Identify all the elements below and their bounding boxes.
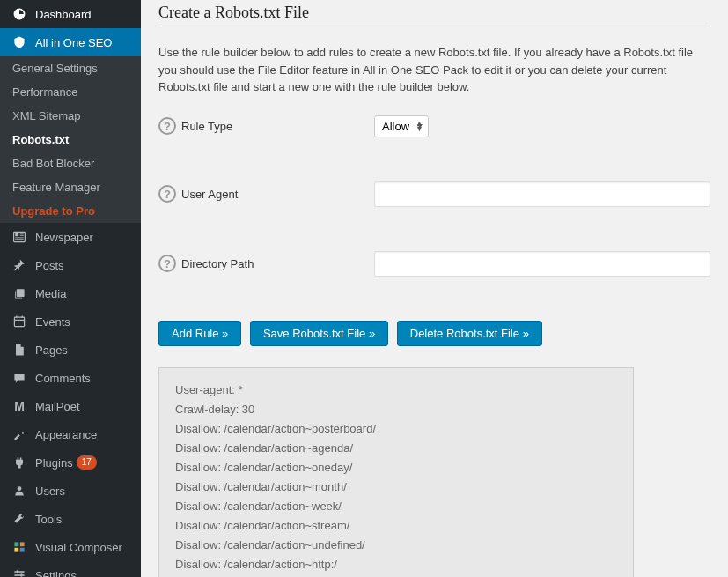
svg-rect-14 bbox=[14, 548, 18, 552]
sidebar-mailpoet[interactable]: M MailPoet bbox=[0, 392, 141, 420]
sidebar-item-label: Users bbox=[35, 485, 65, 498]
directory-path-row: ? Directory Path bbox=[158, 251, 710, 277]
user-agent-input[interactable] bbox=[374, 181, 710, 207]
sidebar-item-label: Media bbox=[35, 287, 66, 300]
plugins-badge: 17 bbox=[77, 455, 97, 470]
delete-robots-button[interactable]: Delete Robots.txt File » bbox=[397, 321, 542, 346]
dashboard-icon bbox=[11, 7, 28, 21]
user-agent-label: User Agent bbox=[181, 188, 238, 201]
calendar-icon bbox=[11, 314, 28, 329]
submenu-performance[interactable]: Performance bbox=[0, 80, 141, 104]
sidebar-item-label: Appearance bbox=[35, 428, 97, 441]
robots-preview-line: Disallow: /calendar/action~month/ bbox=[175, 477, 617, 497]
sidebar-dashboard-label: Dashboard bbox=[35, 8, 92, 21]
submenu-feature-manager[interactable]: Feature Manager bbox=[0, 175, 141, 199]
sidebar-plugins[interactable]: Plugins 17 bbox=[0, 448, 141, 477]
sidebar-tools[interactable]: Tools bbox=[0, 505, 141, 533]
sidebar-item-label: Posts bbox=[35, 259, 64, 272]
svg-point-6 bbox=[21, 292, 23, 293]
help-icon[interactable]: ? bbox=[158, 255, 176, 272]
submenu-xml-sitemap[interactable]: XML Sitemap bbox=[0, 104, 141, 128]
svg-rect-7 bbox=[14, 317, 24, 326]
robots-preview-line: Disallow: /calendar/action~oneday/ bbox=[175, 458, 617, 477]
sidebar-item-label: Plugins bbox=[35, 456, 73, 470]
svg-rect-16 bbox=[14, 571, 24, 573]
svg-rect-20 bbox=[21, 573, 23, 576]
rule-type-select[interactable]: Allow bbox=[374, 115, 429, 137]
sidebar-item-label: MailPoet bbox=[35, 400, 80, 413]
shield-icon bbox=[11, 35, 28, 49]
submenu-general-settings[interactable]: General Settings bbox=[0, 56, 141, 80]
robots-preview-line: Crawl-delay: 30 bbox=[175, 400, 617, 419]
sidebar-pages[interactable]: Pages bbox=[0, 336, 141, 364]
svg-point-11 bbox=[18, 486, 22, 491]
sidebar-item-label: Tools bbox=[35, 513, 62, 526]
save-robots-button[interactable]: Save Robots.txt File » bbox=[250, 321, 388, 346]
svg-rect-15 bbox=[20, 548, 25, 552]
user-icon bbox=[11, 484, 28, 498]
submenu-upgrade-pro[interactable]: Upgrade to Pro bbox=[0, 199, 141, 223]
svg-rect-17 bbox=[14, 574, 24, 576]
sidebar-dashboard[interactable]: Dashboard bbox=[0, 0, 141, 28]
directory-path-input[interactable] bbox=[374, 251, 710, 277]
sidebar-events[interactable]: Events bbox=[0, 307, 141, 336]
sidebar-item-label: Visual Composer bbox=[35, 541, 122, 554]
sidebar-comments[interactable]: Comments bbox=[0, 364, 141, 392]
sidebar-newspaper[interactable]: Newspaper bbox=[0, 223, 141, 251]
submenu-bad-bot-blocker[interactable]: Bad Bot Blocker bbox=[0, 152, 141, 175]
media-icon bbox=[11, 286, 28, 300]
robots-preview-line: Disallow: /calendar/action~http:/ bbox=[175, 555, 617, 574]
appearance-icon bbox=[11, 427, 28, 441]
svg-rect-19 bbox=[17, 570, 18, 573]
sidebar-posts[interactable]: Posts bbox=[0, 251, 141, 279]
add-rule-button[interactable]: Add Rule » bbox=[158, 321, 241, 346]
sidebar-visual-composer[interactable]: Visual Composer bbox=[0, 533, 141, 561]
page-icon bbox=[11, 343, 28, 357]
newspaper-icon bbox=[11, 230, 28, 244]
pin-icon bbox=[11, 258, 28, 272]
robots-preview: User-agent: *Crawl-delay: 30Disallow: /c… bbox=[158, 367, 634, 578]
svg-rect-13 bbox=[20, 542, 25, 546]
robots-preview-line: Disallow: /calendar/action~stream/ bbox=[175, 516, 617, 536]
sidebar-item-label: Pages bbox=[35, 344, 68, 357]
main-content: Create a Robots.txt File Use the rule bu… bbox=[141, 0, 728, 577]
robots-preview-line: Disallow: /calendar/action~posterboard/ bbox=[175, 419, 617, 439]
svg-rect-1 bbox=[15, 233, 18, 236]
admin-sidebar: Dashboard All in One SEO General Setting… bbox=[0, 0, 141, 577]
robots-preview-line: Disallow: /calendar/action~week/ bbox=[175, 497, 617, 516]
sidebar-item-label: Newspaper bbox=[35, 231, 93, 244]
sidebar-media[interactable]: Media bbox=[0, 279, 141, 307]
rule-type-label: Rule Type bbox=[181, 120, 232, 133]
rule-type-row: ? Rule Type Allow ▲▼ bbox=[158, 115, 710, 137]
mailpoet-icon: M bbox=[11, 399, 28, 413]
comment-icon bbox=[11, 371, 28, 385]
robots-preview-line: Disallow: /calendar/action~undefined/ bbox=[175, 536, 617, 555]
sidebar-users[interactable]: Users bbox=[0, 477, 141, 505]
robots-preview-line: User-agent: * bbox=[175, 381, 617, 400]
sidebar-appearance[interactable]: Appearance bbox=[0, 420, 141, 448]
sidebar-item-label: Settings bbox=[35, 569, 77, 578]
plugin-icon bbox=[11, 455, 28, 470]
robots-preview-line: Disallow: /calendar/action~agenda/ bbox=[175, 439, 617, 458]
help-icon[interactable]: ? bbox=[158, 185, 176, 203]
page-description: Use the rule builder below to add rules … bbox=[158, 44, 710, 96]
sidebar-item-label: Comments bbox=[35, 372, 91, 385]
directory-path-label: Directory Path bbox=[181, 257, 254, 270]
settings-icon bbox=[11, 568, 28, 577]
sidebar-settings[interactable]: Settings bbox=[0, 561, 141, 577]
sidebar-aioseo-label: All in One SEO bbox=[35, 36, 112, 49]
composer-icon bbox=[11, 540, 28, 554]
user-agent-row: ? User Agent bbox=[158, 181, 710, 207]
sidebar-submenu: General Settings Performance XML Sitemap… bbox=[0, 56, 141, 223]
help-icon[interactable]: ? bbox=[158, 117, 176, 135]
sidebar-aioseo[interactable]: All in One SEO bbox=[0, 28, 141, 56]
submenu-robots-txt[interactable]: Robots.txt bbox=[0, 128, 141, 152]
tools-icon bbox=[11, 512, 28, 526]
sidebar-item-label: Events bbox=[35, 315, 70, 329]
svg-rect-12 bbox=[14, 542, 18, 546]
page-title: Create a Robots.txt File bbox=[158, 0, 710, 26]
button-row: Add Rule » Save Robots.txt File » Delete… bbox=[158, 321, 710, 346]
